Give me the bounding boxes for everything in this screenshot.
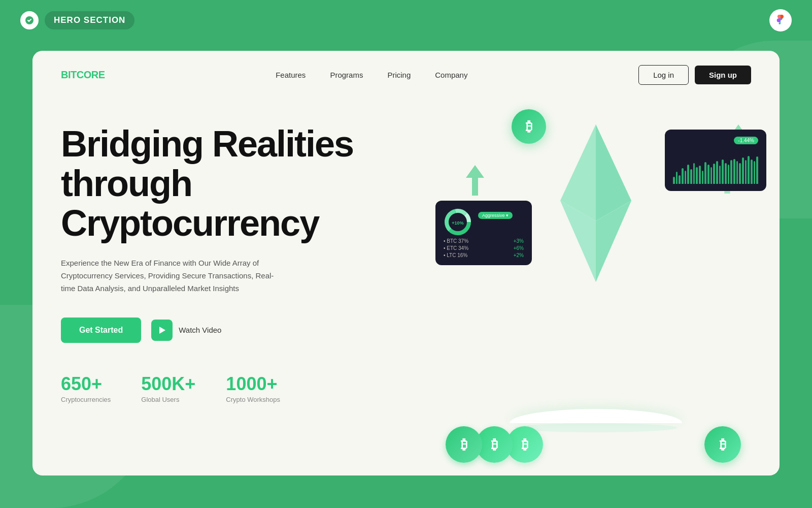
play-triangle <box>159 327 165 334</box>
stat-cryptocurrencies: 650+ Cryptocurrencies <box>61 373 111 403</box>
hero-section: Bridging Realities through Cryptocurrenc… <box>32 99 780 475</box>
nav-item-pricing[interactable]: Pricing <box>387 71 411 80</box>
chart-bar <box>716 161 718 184</box>
chart-bar <box>722 160 724 184</box>
chart-bar <box>690 169 692 184</box>
watch-video-button[interactable]: Watch Video <box>151 320 221 341</box>
chart-bar <box>676 172 678 184</box>
stat-label-workshops: Crypto Workshops <box>226 396 280 403</box>
chart-badge: -1.44% <box>734 137 758 144</box>
hero-illustration: ₿ <box>441 109 751 475</box>
chart-bars <box>673 153 758 184</box>
logo-core: CORE <box>77 69 105 80</box>
portfolio-tag: Aggressive ▾ <box>478 212 513 219</box>
portfolio-card: +10% Aggressive ▾ • BTC 37%+3% • ETC 34%… <box>435 201 532 265</box>
chart-bar <box>730 160 732 184</box>
chart-bar <box>751 160 753 184</box>
coin-right: ₿ <box>704 426 741 463</box>
nav-item-features[interactable]: Features <box>276 71 306 80</box>
nav-actions: Log in Sign up <box>638 65 751 85</box>
top-bar: HERO SECTION <box>0 0 812 41</box>
figma-logo[interactable] <box>769 9 792 31</box>
chart-bar <box>685 171 687 184</box>
portfolio-donut: +10% <box>444 208 472 238</box>
chart-bar <box>736 161 738 184</box>
hero-left: Bridging Realities through Cryptocurrenc… <box>61 109 441 475</box>
stat-workshops: 1000+ Crypto Workshops <box>226 373 280 403</box>
portfolio-items: • BTC 37%+3% • ETC 34%+6% • LTC 16%+2% <box>444 238 524 258</box>
chart-bar <box>725 163 727 184</box>
hero-description: Experience the New Era of Finance with O… <box>61 257 279 295</box>
svg-text:+10%: +10% <box>452 220 463 226</box>
chart-bar <box>710 167 713 184</box>
chart-bar <box>756 156 758 184</box>
nav-link-programs[interactable]: Programs <box>330 71 363 79</box>
chart-bar <box>682 168 684 184</box>
chart-bar <box>687 165 689 184</box>
arrow-left <box>466 165 484 198</box>
crypto-scene: ₿ <box>441 99 751 475</box>
stat-num-crypto: 650+ <box>61 373 111 395</box>
stat-num-users: 500K+ <box>141 373 195 395</box>
signup-button[interactable]: Sign up <box>695 66 751 84</box>
portfolio-item-btc: • BTC 37%+3% <box>444 238 524 244</box>
svg-marker-1 <box>466 165 484 196</box>
chart-bar <box>679 175 681 184</box>
chart-bar <box>754 161 756 184</box>
chart-bar <box>704 162 706 184</box>
nav-item-programs[interactable]: Programs <box>330 71 363 80</box>
platform-top <box>510 409 682 423</box>
logo-bit: BIT <box>61 69 77 80</box>
nav-link-pricing[interactable]: Pricing <box>387 71 411 79</box>
chart-card: -1.44% <box>665 130 766 191</box>
ethereum-diamond <box>530 114 662 299</box>
coin-1: ₿ <box>446 426 482 463</box>
portfolio-inner: +10% Aggressive ▾ • BTC 37%+3% • ETC 34%… <box>444 208 524 258</box>
play-icon <box>151 320 173 341</box>
main-card: BITCORE Features Programs Pricing Compan… <box>32 51 780 475</box>
chart-bar <box>719 166 721 184</box>
hero-buttons: Get Started Watch Video <box>61 318 441 343</box>
navbar: BITCORE Features Programs Pricing Compan… <box>32 51 780 99</box>
watch-video-label: Watch Video <box>179 326 221 334</box>
hero-title: Bridging Realities through Cryptocurrenc… <box>61 124 441 243</box>
top-bar-left: HERO SECTION <box>20 11 134 29</box>
stat-users: 500K+ Global Users <box>141 373 195 403</box>
chart-bar <box>693 163 695 184</box>
nav-links: Features Programs Pricing Company <box>276 71 467 80</box>
chart-bar <box>702 171 704 184</box>
chart-bar <box>745 160 747 184</box>
nav-link-features[interactable]: Features <box>276 71 306 79</box>
chart-bar <box>742 157 744 184</box>
portfolio-item-ltc: • LTC 16%+2% <box>444 252 524 258</box>
portfolio-info: Aggressive ▾ <box>478 208 513 223</box>
chart-bar <box>733 159 735 184</box>
stats-section: 650+ Cryptocurrencies 500K+ Global Users… <box>61 373 441 403</box>
stat-label-crypto: Cryptocurrencies <box>61 396 111 403</box>
logo[interactable]: BITCORE <box>61 69 105 81</box>
portfolio-item-etc: • ETC 34%+6% <box>444 245 524 251</box>
nav-link-company[interactable]: Company <box>435 71 467 79</box>
chart-bar <box>748 156 750 184</box>
chart-bar <box>696 167 698 184</box>
chart-bar <box>739 163 741 184</box>
nav-item-company[interactable]: Company <box>435 71 467 80</box>
chart-bar <box>673 177 675 184</box>
get-started-button[interactable]: Get Started <box>61 318 141 343</box>
plugin-icon <box>20 11 39 29</box>
coins-stack-left: ₿ ₿ ₿ <box>446 426 543 463</box>
btc-coin-right: ₿ <box>704 426 741 463</box>
chart-bar <box>699 166 701 184</box>
login-button[interactable]: Log in <box>638 65 689 85</box>
chart-bar <box>728 165 730 184</box>
stat-label-users: Global Users <box>141 396 195 403</box>
chart-bar <box>707 165 709 184</box>
stat-num-workshops: 1000+ <box>226 373 280 395</box>
chart-bar <box>713 164 715 184</box>
section-label: HERO SECTION <box>45 11 134 29</box>
